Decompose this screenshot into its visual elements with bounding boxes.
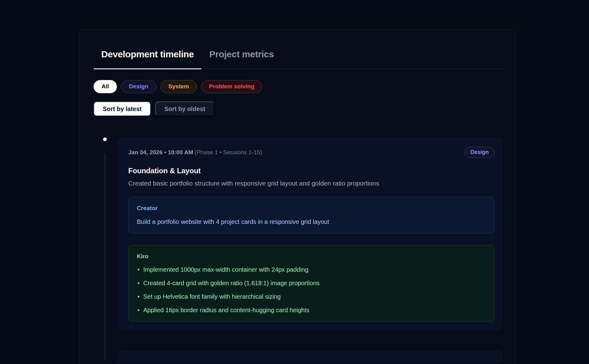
filter-design-button[interactable]: Design (121, 80, 156, 93)
entry-phase-text: (Phase 1 • Sessions 1-15) (194, 149, 262, 155)
entry-title: Foundation & Layout (128, 167, 495, 175)
timeline-dot (103, 137, 107, 141)
creator-label: Creator (137, 205, 486, 212)
kiro-label: Kiro (137, 253, 486, 260)
kiro-bullet-list: Implemented 1000px max-width container w… (137, 266, 486, 314)
category-filter-bar: All Design System Problem solving (94, 80, 502, 93)
kiro-bullet-item: Set up Helvetica font family with hierar… (137, 293, 486, 300)
kiro-box: Kiro Implemented 1000px max-width contai… (128, 245, 495, 322)
sort-by-oldest-button[interactable]: Sort by oldest (155, 102, 214, 116)
kiro-bullet-item: Implemented 1000px max-width container w… (137, 266, 486, 273)
filter-system-button[interactable]: System (160, 80, 197, 93)
sort-by-latest-button[interactable]: Sort by latest (94, 102, 151, 116)
creator-box: Creator Build a portfolio website with 4… (128, 197, 495, 233)
timeline-panel: Development timeline Project metrics All… (79, 29, 516, 364)
entry-date-text: Jan 04, 2026 • 10:00 AM (128, 149, 193, 155)
creator-text: Build a portfolio website with 4 project… (137, 218, 486, 225)
tab-development-timeline[interactable]: Development timeline (94, 49, 202, 69)
tab-bar: Development timeline Project metrics (94, 49, 502, 69)
kiro-bullet-item: Created 4-card grid with golden ratio (1… (137, 279, 486, 287)
filter-problem-solving-button[interactable]: Problem solving (201, 80, 262, 93)
filter-all-button[interactable]: All (94, 80, 117, 93)
tab-project-metrics[interactable]: Project metrics (202, 49, 282, 69)
timeline-line (105, 153, 105, 360)
entry-datetime: Jan 04, 2026 • 10:00 AM (Phase 1 • Sessi… (128, 149, 262, 156)
sort-bar: Sort by latest Sort by oldest (94, 102, 502, 116)
entry-description: Created basic portfolio structure with r… (128, 180, 495, 187)
entry-category-badge: Design (464, 147, 495, 158)
next-entry-card-peek (117, 350, 502, 362)
kiro-bullet-item: Applied 16px border radius and content-h… (137, 306, 486, 314)
timeline: Jan 04, 2026 • 10:00 AM (Phase 1 • Sessi… (94, 137, 502, 362)
timeline-entry-card: Jan 04, 2026 • 10:00 AM (Phase 1 • Sessi… (117, 137, 502, 330)
entry-header: Jan 04, 2026 • 10:00 AM (Phase 1 • Sessi… (128, 147, 495, 158)
